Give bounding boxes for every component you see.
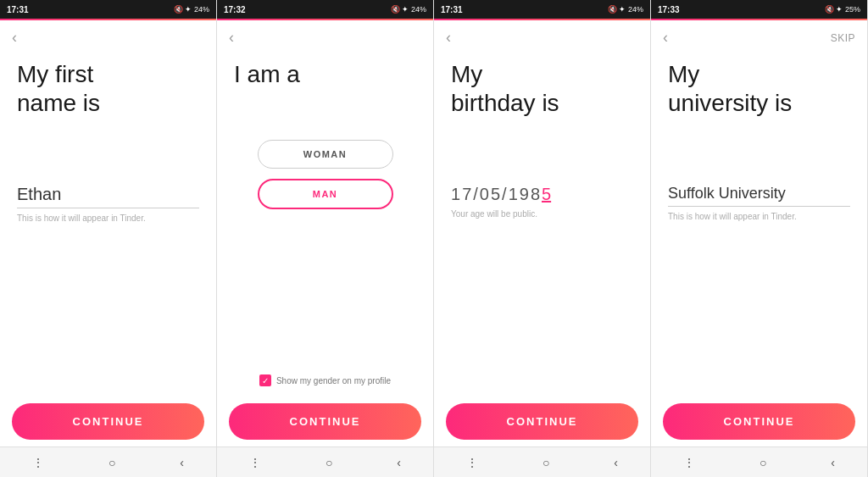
status-icons-1: 🔇 ✦ 24%: [174, 5, 209, 14]
status-bar-2: 17:32 🔇 ✦ 24%: [217, 0, 433, 19]
status-bar-3: 17:31 🔇 ✦ 24%: [434, 0, 650, 19]
back-button-1[interactable]: ‹: [12, 29, 17, 47]
nav-bar-4: ‹ SKIP: [651, 20, 867, 52]
university-hint: This is how it will appear in Tinder.: [668, 212, 850, 221]
nav-back-icon-4[interactable]: ‹: [831, 456, 835, 469]
birthday-hint: Your age will be public.: [451, 209, 633, 219]
nav-home-icon-3[interactable]: ○: [542, 456, 549, 469]
bday-sep1: /: [473, 185, 478, 204]
content-2: I am a WOMAN MAN Show my gender on my pr…: [217, 52, 433, 403]
status-icons-4: 🔇 ✦ 25%: [825, 5, 860, 14]
continue-button-1[interactable]: CONTINUE: [12, 403, 204, 440]
back-button-2[interactable]: ‹: [229, 29, 234, 47]
continue-button-3[interactable]: CONTINUE: [446, 403, 638, 440]
nav-home-icon-2[interactable]: ○: [326, 456, 332, 469]
status-time-4: 17:33: [658, 5, 680, 14]
university-screen: 17:33 🔇 ✦ 25% ‹ SKIP Myuniversity is Suf…: [651, 0, 868, 477]
back-button-4[interactable]: ‹: [663, 29, 668, 47]
content-3: Mybirthday is 1 7 / 0 5 / 1 9 8 5 Your a…: [434, 52, 650, 403]
bday-y1: 1: [509, 185, 518, 204]
content-1: My firstname is Ethan This is how it wil…: [0, 52, 216, 403]
bday-m1: 0: [480, 185, 489, 204]
back-button-3[interactable]: ‹: [446, 29, 451, 47]
status-icons-3: 🔇 ✦ 24%: [608, 5, 643, 14]
name-hint: This is how it will appear in Tinder.: [17, 214, 199, 223]
nav-home-icon-4[interactable]: ○: [760, 456, 766, 469]
bottom-nav-2: ⋮ ○ ‹: [217, 446, 433, 477]
show-gender-checkbox[interactable]: [259, 374, 271, 386]
nav-home-icon-1[interactable]: ○: [108, 456, 115, 469]
heading-3: Mybirthday is: [451, 60, 633, 117]
status-time-3: 17:31: [441, 5, 463, 14]
bday-y3: 8: [531, 185, 540, 204]
nav-bar-3: ‹: [434, 20, 650, 52]
continue-btn-area-4: CONTINUE: [651, 403, 867, 446]
bday-y2: 9: [520, 185, 529, 204]
status-bar-4: 17:33 🔇 ✦ 25%: [651, 0, 867, 19]
content-4: Myuniversity is Suffolk University This …: [651, 52, 867, 403]
birthday-display[interactable]: 1 7 / 0 5 / 1 9 8 5: [451, 185, 633, 204]
checkbox-label: Show my gender on my profile: [276, 376, 391, 385]
bday-d1: 1: [451, 185, 460, 204]
nav-back-icon-2[interactable]: ‹: [397, 456, 401, 469]
gender-woman-button[interactable]: WOMAN: [258, 140, 393, 169]
continue-button-4[interactable]: CONTINUE: [663, 403, 855, 440]
skip-button[interactable]: SKIP: [831, 32, 855, 44]
status-time-1: 17:31: [7, 5, 29, 14]
bottom-nav-3: ⋮ ○ ‹: [434, 446, 650, 477]
status-icons-2: 🔇 ✦ 24%: [391, 5, 426, 14]
bday-sep2: /: [502, 185, 507, 204]
nav-recents-icon-4[interactable]: ⋮: [683, 456, 695, 469]
continue-button-2[interactable]: CONTINUE: [229, 403, 421, 440]
nav-recents-icon-3[interactable]: ⋮: [466, 456, 478, 469]
nav-bar-1: ‹: [0, 20, 216, 52]
birthday-area: 1 7 / 0 5 / 1 9 8 5 Your age will be pub…: [451, 185, 633, 219]
name-screen: 17:31 🔇 ✦ 24% ‹ My firstname is Ethan Th…: [0, 0, 217, 477]
name-input-area: Ethan This is how it will appear in Tind…: [17, 185, 199, 223]
gender-screen: 17:32 🔇 ✦ 24% ‹ I am a WOMAN MAN Show my…: [217, 0, 434, 477]
name-value[interactable]: Ethan: [17, 185, 199, 208]
status-bar-1: 17:31 🔇 ✦ 24%: [0, 0, 216, 19]
gender-man-button[interactable]: MAN: [258, 179, 393, 209]
gender-options: WOMAN MAN: [234, 140, 416, 209]
nav-back-icon-3[interactable]: ‹: [614, 456, 618, 469]
nav-recents-icon-2[interactable]: ⋮: [249, 456, 261, 469]
continue-btn-area-2: CONTINUE: [217, 403, 433, 446]
nav-back-icon-1[interactable]: ‹: [180, 456, 184, 469]
bday-y4: 5: [542, 185, 551, 204]
nav-bar-2: ‹: [217, 20, 433, 52]
bottom-nav-1: ⋮ ○ ‹: [0, 446, 216, 477]
status-time-2: 17:32: [224, 5, 246, 14]
university-area: Suffolk University This is how it will a…: [668, 185, 850, 221]
continue-btn-area-3: CONTINUE: [434, 403, 650, 446]
bday-m2: 5: [491, 185, 500, 204]
heading-4: Myuniversity is: [668, 60, 850, 117]
birthday-screen: 17:31 🔇 ✦ 24% ‹ Mybirthday is 1 7 / 0 5 …: [434, 0, 651, 477]
continue-btn-area-1: CONTINUE: [0, 403, 216, 446]
checkbox-row: Show my gender on my profile: [234, 374, 416, 386]
bottom-nav-4: ⋮ ○ ‹: [651, 446, 867, 477]
university-value[interactable]: Suffolk University: [668, 185, 850, 207]
nav-recents-icon-1[interactable]: ⋮: [32, 456, 44, 469]
heading-2: I am a: [234, 60, 416, 89]
bday-d2: 7: [462, 185, 471, 204]
heading-1: My firstname is: [17, 60, 199, 117]
